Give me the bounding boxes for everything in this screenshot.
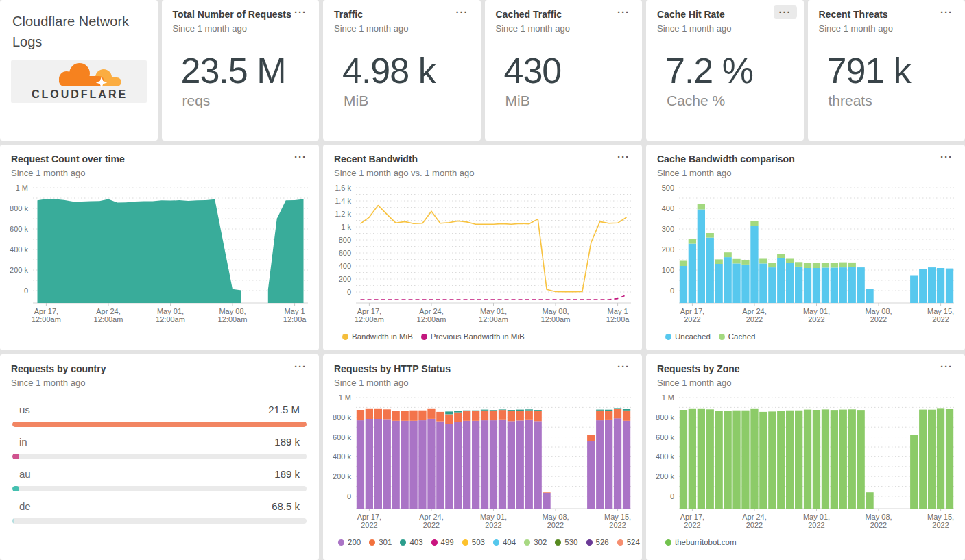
svg-text:400: 400 <box>339 262 351 270</box>
svg-text:12:00am: 12:00am <box>156 315 185 324</box>
legend-item[interactable]: Uncached <box>665 332 711 341</box>
stat-value: 23.5 M <box>181 50 320 91</box>
legend-dot-icon <box>493 539 499 546</box>
country-row: us21.5 M <box>12 404 307 427</box>
ellipsis-menu-button[interactable]: ··· <box>451 5 474 19</box>
country-bar-list: us21.5 Min189 kau189 kde68.5 k <box>0 388 319 524</box>
svg-text:600 k: 600 k <box>10 225 28 233</box>
svg-text:May 01,: May 01, <box>480 513 507 521</box>
svg-text:1.6 k: 1.6 k <box>335 184 351 192</box>
ellipsis-menu-button[interactable]: ··· <box>289 360 312 373</box>
legend-item[interactable]: Previous Bandwidth in MiB <box>421 332 525 341</box>
legend-label: 530 <box>564 538 577 546</box>
request-count-chart-canvas: 0200 k400 k600 k800 k1 MApr 17,12:00amAp… <box>7 182 312 328</box>
ellipsis-icon: ··· <box>294 361 307 372</box>
ellipsis-menu-button[interactable]: ··· <box>612 360 635 373</box>
svg-text:12:00am: 12:00am <box>541 315 571 324</box>
ellipsis-menu-button[interactable]: ··· <box>935 150 958 163</box>
svg-text:800 k: 800 k <box>333 413 351 421</box>
panel-subtitle: Since 1 month ago <box>657 378 954 388</box>
cloudflare-logo-image: CLOUDFLARE <box>14 62 144 101</box>
legend-label: 499 <box>441 538 454 546</box>
stat-card-cached-traffic: ··· Cached Traffic Since 1 month ago 430… <box>485 0 643 141</box>
svg-text:2022: 2022 <box>485 521 501 529</box>
ellipsis-icon: ··· <box>617 151 630 162</box>
stat-value: 791 k <box>827 50 965 91</box>
svg-text:May 15,: May 15, <box>927 513 954 521</box>
legend-item[interactable]: 530 <box>555 538 577 546</box>
legend-item[interactable]: theburritobot.com <box>665 538 737 546</box>
stat-unit: threats <box>829 93 965 109</box>
svg-text:2022: 2022 <box>361 521 377 529</box>
svg-text:Apr 24,: Apr 24, <box>419 513 443 521</box>
ellipsis-menu-button[interactable]: ··· <box>774 5 797 19</box>
svg-text:May 15,: May 15, <box>604 513 631 521</box>
panel-title: Recent Bandwidth <box>334 154 631 166</box>
ellipsis-menu-button[interactable]: ··· <box>935 360 958 373</box>
cloudflare-logo: CLOUDFLARE <box>11 60 147 103</box>
legend-item[interactable]: 403 <box>400 538 422 546</box>
stat-subtitle: Since 1 month ago <box>496 23 632 34</box>
legend-item[interactable]: 524 <box>617 538 640 546</box>
svg-text:0: 0 <box>347 288 351 296</box>
stat-title: Cached Traffic <box>496 9 632 21</box>
legend-item[interactable]: 200 <box>338 538 361 546</box>
legend-item[interactable]: Cached <box>719 332 756 341</box>
legend-label: Cached <box>728 332 756 341</box>
country-value: 189 k <box>274 468 300 480</box>
recent-bandwidth-chart-canvas: 02004006008001 k1.2 k1.4 k1.6 kApr 17,12… <box>330 182 635 328</box>
legend-dot-icon <box>665 539 671 546</box>
panel-subtitle: Since 1 month ago <box>11 378 308 388</box>
svg-text:1 k: 1 k <box>341 223 351 231</box>
svg-text:2022: 2022 <box>423 521 440 529</box>
legend-label: 524 <box>627 538 640 546</box>
stat-card-traffic: ··· Traffic Since 1 month ago 4.98 k MiB <box>323 0 481 141</box>
stat-subtitle: Since 1 month ago <box>819 23 955 34</box>
panel-subtitle: Since 1 month ago <box>334 378 631 388</box>
svg-text:May 08,: May 08, <box>219 307 246 315</box>
svg-text:May 08,: May 08, <box>542 513 569 521</box>
legend-dot-icon <box>431 539 438 546</box>
svg-text:Apr 17,: Apr 17, <box>680 307 704 315</box>
stat-value: 430 <box>504 50 643 91</box>
svg-text:0: 0 <box>347 492 351 500</box>
legend-item[interactable]: 503 <box>462 538 485 546</box>
svg-text:May 01,: May 01, <box>157 307 184 315</box>
ellipsis-menu-button[interactable]: ··· <box>935 5 958 19</box>
stat-card-total-requests: ··· Total Number of Requests Since 1 mon… <box>162 0 320 141</box>
svg-text:12:00a: 12:00a <box>606 315 630 324</box>
panel-title: Cache Bandwidth comparison <box>657 154 954 166</box>
ellipsis-menu-button[interactable]: ··· <box>289 5 312 19</box>
svg-text:12:00am: 12:00am <box>355 315 384 324</box>
svg-text:Apr 24,: Apr 24, <box>419 307 443 315</box>
panel-requests-by-zone: ··· Requests by Zone Since 1 month ago 0… <box>646 354 965 560</box>
ellipsis-menu-button[interactable]: ··· <box>612 5 635 19</box>
svg-text:May 1: May 1 <box>608 307 628 315</box>
legend-item[interactable]: 302 <box>524 538 547 546</box>
ellipsis-icon: ··· <box>617 361 630 372</box>
svg-text:May 01,: May 01, <box>803 307 830 315</box>
svg-text:200: 200 <box>662 245 674 254</box>
legend-item[interactable]: Bandwidth in MiB <box>342 332 413 341</box>
country-value: 21.5 M <box>268 404 300 415</box>
svg-text:800 k: 800 k <box>656 413 674 421</box>
legend-item[interactable]: 404 <box>493 538 516 546</box>
legend-label: 301 <box>379 538 392 546</box>
stat-subtitle: Since 1 month ago <box>173 23 309 34</box>
legend-item[interactable]: 301 <box>369 538 392 546</box>
svg-text:Apr 24,: Apr 24, <box>96 307 120 315</box>
legend-item[interactable]: 526 <box>586 538 609 546</box>
ellipsis-menu-button[interactable]: ··· <box>612 150 635 163</box>
dashboard-header-card: Cloudflare Network Logs CLOUDFLARE <box>0 0 158 141</box>
svg-text:2022: 2022 <box>808 521 824 529</box>
svg-text:0: 0 <box>670 287 674 295</box>
svg-text:12:00am: 12:00am <box>94 315 123 324</box>
panel-subtitle: Since 1 month ago <box>657 168 954 178</box>
ellipsis-icon: ··· <box>940 6 953 18</box>
svg-text:May 1: May 1 <box>285 307 305 315</box>
panel-title: Requests by country <box>11 363 308 376</box>
chart-legend: Bandwidth in MiBPrevious Bandwidth in Mi… <box>342 330 642 343</box>
ellipsis-menu-button[interactable]: ··· <box>289 150 312 163</box>
legend-item[interactable]: 499 <box>431 538 454 546</box>
cloudflare-wordmark: CLOUDFLARE <box>32 88 128 100</box>
